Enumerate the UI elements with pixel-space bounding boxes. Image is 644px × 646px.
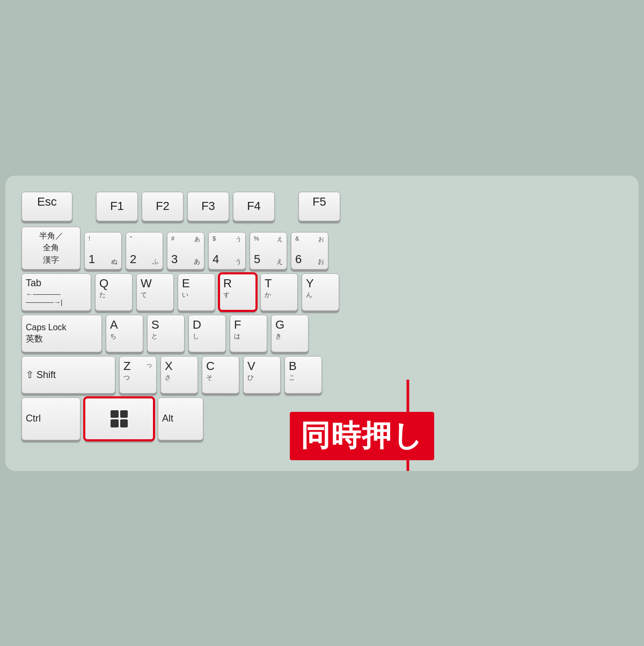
key-5-symbol: % [254, 235, 259, 242]
key-4-kana-top: う [236, 235, 241, 243]
key-a[interactable]: A ち [106, 315, 143, 352]
key-f-letter: F [234, 318, 263, 332]
key-f3[interactable]: F3 [187, 192, 229, 221]
key-z-kana-top: っ [146, 359, 152, 369]
key-1-num: 1 [89, 252, 95, 266]
asdf-row: Caps Lock英数 A ち S と D し F は [21, 315, 623, 352]
key-s[interactable]: S と [147, 315, 185, 352]
key-b[interactable]: B こ [284, 356, 322, 394]
key-w[interactable]: W て [136, 273, 174, 311]
key-capslock-label: Caps Lock英数 [26, 322, 98, 345]
key-s-kana: と [151, 332, 180, 341]
key-hankaku-label: 半角／全角漢字 [39, 230, 63, 266]
key-ctrl-label: Ctrl [26, 413, 76, 424]
key-y-kana: ん [306, 291, 335, 300]
key-win[interactable] [84, 397, 154, 440]
key-4-kana: う [235, 257, 241, 266]
key-y[interactable]: Y ん [302, 273, 339, 311]
key-r-letter: R [223, 277, 252, 291]
key-f[interactable]: F は [230, 315, 267, 352]
key-alt[interactable]: Alt [158, 397, 203, 440]
key-z-letter: Z [123, 359, 130, 373]
key-3-num: 3 [171, 252, 178, 266]
key-w-letter: W [141, 277, 170, 291]
key-g[interactable]: G き [271, 315, 309, 352]
label-doujiposhi: 同時押し [290, 412, 434, 460]
key-shift-label: ⇧ Shift [26, 369, 111, 381]
key-a-letter: A [110, 318, 139, 332]
key-tab-label: Tab [26, 278, 87, 289]
key-2-num: 2 [130, 252, 136, 266]
key-tab-arrows: ←————————→| [26, 290, 87, 306]
key-1[interactable]: ! 1 ぬ [84, 232, 122, 270]
key-x-letter: X [165, 359, 194, 373]
key-t-kana: か [265, 291, 294, 300]
key-s-letter: S [151, 318, 180, 332]
key-f1[interactable]: F1 [96, 192, 138, 221]
key-3-kana: あ [194, 257, 200, 266]
key-e-kana: い [182, 291, 211, 300]
key-a-kana: ち [110, 332, 139, 341]
key-f4[interactable]: F4 [233, 192, 275, 221]
key-5[interactable]: % え 5 え [250, 232, 287, 270]
key-b-kana: こ [289, 373, 318, 382]
key-shift[interactable]: ⇧ Shift [21, 356, 115, 394]
key-d-kana: し [193, 332, 222, 341]
key-4-num: 4 [213, 252, 219, 266]
key-t-letter: T [265, 277, 294, 291]
number-row: 半角／全角漢字 ! 1 ぬ " 2 ふ [21, 227, 623, 270]
key-b-letter: B [289, 359, 318, 373]
key-r[interactable]: R す [219, 273, 257, 311]
key-d[interactable]: D し [188, 315, 226, 352]
key-f5[interactable]: F5 [298, 192, 340, 221]
windows-icon [111, 410, 128, 427]
key-capslock[interactable]: Caps Lock英数 [21, 315, 102, 352]
key-g-kana: き [275, 332, 304, 341]
keyboard: Esc F1 F2 F3 F4 F5 半角／全角漢字 [5, 176, 639, 471]
key-c-letter: C [206, 359, 235, 373]
label-text: 同時押し [301, 419, 423, 452]
key-5-kana: え [276, 257, 283, 266]
key-x[interactable]: X さ [160, 356, 198, 394]
key-3-symbol: # [171, 235, 174, 242]
key-w-kana: て [141, 291, 170, 300]
key-q[interactable]: Q た [95, 273, 133, 311]
key-tab[interactable]: Tab ←————————→| [21, 273, 91, 311]
key-g-letter: G [275, 318, 304, 332]
key-3-kana-top: あ [194, 235, 200, 243]
key-t[interactable]: T か [260, 273, 298, 311]
key-hankaku[interactable]: 半角／全角漢字 [21, 227, 80, 270]
key-c[interactable]: C そ [202, 356, 239, 394]
key-v[interactable]: V ひ [243, 356, 281, 394]
key-ctrl[interactable]: Ctrl [21, 397, 80, 440]
key-6-kana-top: お [318, 235, 324, 243]
key-2-kana: ふ [152, 257, 159, 266]
qwerty-row: Tab ←————————→| Q た W て E い R す [21, 273, 623, 311]
fkey-row: Esc F1 F2 F3 F4 F5 [21, 192, 623, 221]
key-4-symbol: $ [213, 235, 216, 242]
key-6-num: 6 [295, 252, 302, 266]
key-d-letter: D [193, 318, 222, 332]
key-6[interactable]: & お 6 お [291, 232, 328, 270]
key-3[interactable]: # あ 3 あ [167, 232, 204, 270]
key-z[interactable]: Z っ つ [119, 356, 157, 394]
key-1-symbol: ! [89, 235, 90, 242]
key-z-kana: つ [123, 373, 152, 382]
key-q-letter: Q [99, 277, 108, 291]
key-e[interactable]: E い [178, 273, 215, 311]
key-6-kana: お [318, 257, 324, 266]
key-e-letter: E [182, 277, 211, 291]
key-esc[interactable]: Esc [21, 192, 72, 221]
key-2-symbol: " [130, 235, 132, 242]
key-q-kana: た [99, 291, 106, 300]
key-6-symbol: & [295, 235, 299, 242]
key-2[interactable]: " 2 ふ [126, 232, 163, 270]
key-5-kana-top: え [277, 235, 283, 243]
key-5-num: 5 [254, 252, 260, 266]
zxcv-row: ⇧ Shift Z っ つ X さ C そ V [21, 356, 623, 394]
key-v-kana: ひ [247, 373, 276, 382]
key-4[interactable]: $ う 4 う [208, 232, 246, 270]
key-y-letter: Y [306, 277, 335, 291]
key-1-kana: ぬ [111, 257, 118, 266]
key-f2[interactable]: F2 [142, 192, 184, 221]
